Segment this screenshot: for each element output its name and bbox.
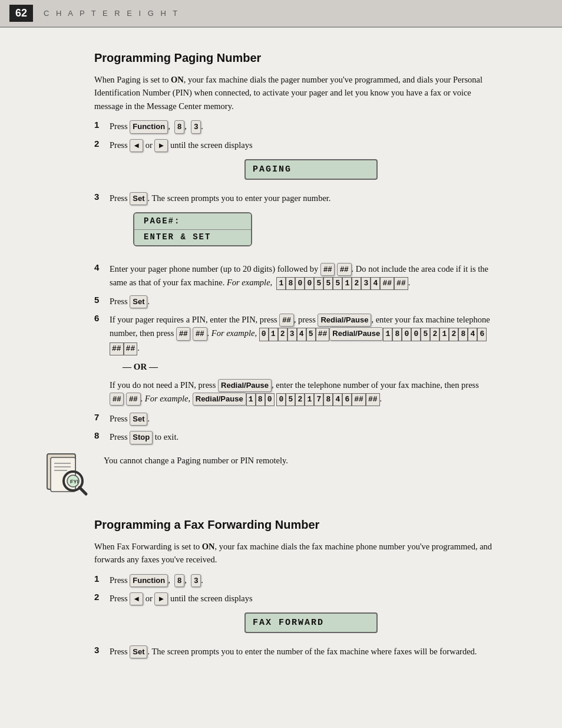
redial-pause-key6: Redial/Pause: [318, 314, 371, 327]
fyi-icon: FYI: [41, 449, 94, 502]
main-content: Programming Paging Number When Paging is…: [0, 28, 562, 687]
chapter-label: C H A P T E R E I G H T: [44, 9, 180, 18]
right-arrow-key: ►: [154, 139, 168, 152]
step-8: 8 Press Stop to exit.: [94, 430, 495, 444]
svg-text:FYI: FYI: [70, 479, 78, 485]
fwd-step-3: 3 Press Set. The screen prompts you to e…: [94, 645, 495, 658]
page-number: 62: [9, 5, 33, 22]
key-3: 3: [191, 120, 201, 133]
step-2: 2 Press ◄ or ► until the screen displays…: [94, 139, 495, 187]
fwd-set-key: Set: [130, 645, 147, 658]
redial-pause-or: Redial/Pause: [218, 379, 272, 392]
screen-fax-forward: FAX FORWARD: [244, 612, 378, 633]
fwd-key-3: 3: [191, 574, 201, 587]
step-6: 6 If your pager requires a PIN, enter th…: [94, 313, 495, 407]
fwd-step-1: 1 Press Function, 8, 3.: [94, 574, 495, 587]
fwd-key-8: 8: [174, 574, 184, 587]
fwd-right-arrow: ►: [154, 592, 168, 605]
or-divider: — OR —: [123, 360, 495, 374]
step-3: 3 Press Set. The screen prompts you to e…: [94, 192, 495, 258]
set-key: Set: [130, 192, 147, 205]
hash-hash-key2: ##: [337, 263, 351, 276]
note-with-icon: FYI You cannot change a Paging number or…: [94, 449, 527, 502]
hash-key6b: ##: [176, 327, 190, 340]
step-4: 4 Enter your pager phone number (up to 2…: [94, 262, 495, 290]
left-arrow-key: ◄: [130, 139, 143, 152]
key-8: 8: [174, 120, 184, 133]
fwd-left-arrow: ◄: [130, 592, 143, 605]
section-paging: Programming Paging Number When Paging is…: [94, 51, 527, 502]
section-fax-forwarding: Programming a Fax Forwarding Number When…: [94, 518, 527, 659]
screen-paging: PAGING: [244, 159, 378, 180]
screen-page-hash: PAGE#: ENTER & SET: [133, 212, 252, 246]
redial-pause-ex6: Redial/Pause: [329, 327, 383, 340]
step-1: 1 Press Function, 8, 3.: [94, 120, 495, 133]
set-key-5: Set: [130, 295, 147, 308]
hash-key6c: ##: [193, 327, 207, 340]
fwd-function-key: Function: [130, 574, 168, 587]
page-header: 62 C H A P T E R E I G H T: [0, 0, 562, 28]
step-8-with-note: 8 Press Stop to exit.: [94, 430, 527, 501]
section-paging-title: Programming Paging Number: [94, 51, 527, 65]
step-7: 7 Press Set.: [94, 412, 495, 426]
function-key: Function: [130, 120, 168, 133]
hash-or1: ##: [110, 393, 124, 406]
svg-line-7: [80, 487, 86, 494]
set-key-7: Set: [130, 413, 147, 426]
section-fax-forwarding-intro: When Fax Forwarding is set to ON, your f…: [94, 540, 495, 566]
hash-key6: ##: [279, 314, 293, 327]
redial-pause-or2: Redial/Pause: [193, 393, 246, 406]
section-paging-intro: When Paging is set to ON, your fax machi…: [94, 73, 495, 113]
fwd-step-2: 2 Press ◄ or ► until the screen displays…: [94, 592, 495, 640]
step-5: 5 Press Set.: [94, 295, 495, 308]
paging-note: You cannot change a Paging number or PIN…: [104, 454, 288, 467]
hash-hash-key1: ##: [320, 263, 335, 276]
section-fax-forwarding-title: Programming a Fax Forwarding Number: [94, 518, 527, 532]
stop-key: Stop: [130, 431, 153, 444]
hash-or2: ##: [126, 393, 140, 406]
